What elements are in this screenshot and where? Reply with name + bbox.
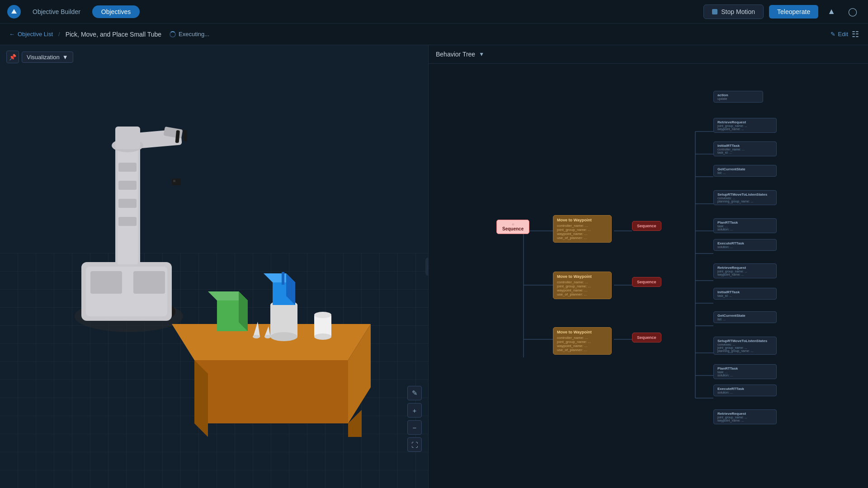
- objectives-nav-btn[interactable]: Objectives: [92, 5, 140, 18]
- bt-chevron-icon[interactable]: ▼: [479, 51, 484, 57]
- svg-rect-21: [173, 180, 175, 182]
- zoom-in-icon: +: [413, 407, 417, 414]
- edit-icon: ✎: [830, 31, 835, 38]
- svg-rect-41: [314, 315, 331, 337]
- table-scene: [158, 270, 384, 461]
- executing-spinner: [170, 31, 176, 38]
- svg-rect-17: [183, 130, 187, 141]
- bt-node-executert-2[interactable]: ExecuteRTTask solution: ...: [713, 385, 777, 396]
- viz-zoom-out-button[interactable]: −: [407, 420, 422, 435]
- bt-fallback-3[interactable]: Sequence: [632, 333, 661, 343]
- bt-canvas[interactable]: ○ Sequence Move to Waypoint controller_n…: [429, 64, 868, 483]
- bt-node-moveto-listenstates-1[interactable]: SetupRTMoveToListenStates convexes: ... …: [713, 190, 777, 205]
- bt-node-executert-1[interactable]: ExecuteRTTask solution: ...: [713, 239, 777, 251]
- bt-fallback-2[interactable]: Sequence: [632, 277, 661, 287]
- viz-toolbar: 📌 Visualization ▼: [6, 51, 73, 63]
- svg-rect-19: [115, 127, 140, 149]
- bt-node-getcurrent-2[interactable]: GetCurrentState list: ...: [713, 311, 777, 323]
- viz-pin-button[interactable]: 📌: [6, 51, 19, 63]
- svg-marker-24: [194, 360, 208, 437]
- bell-icon: ▲: [827, 7, 835, 16]
- bt-node-retrieve-request-3[interactable]: RetrieveRequest joint_group_name: ... wa…: [713, 409, 777, 424]
- svg-marker-23: [194, 360, 348, 423]
- viz-dropdown[interactable]: Visualization ▼: [22, 52, 73, 63]
- bt-action-move-waypoint-3[interactable]: Move to Waypoint controller_name: ... jo…: [553, 327, 612, 355]
- svg-point-43: [314, 333, 331, 340]
- bt-node-init-2[interactable]: InitialRTTask task_id: ...: [713, 288, 777, 300]
- zoom-out-icon: −: [413, 424, 417, 432]
- bt-node-planrt-1[interactable]: PlanRTTask task: ... solution: ...: [713, 218, 777, 233]
- breadcrumb-title: Pick, Move, and Place Small Tube: [66, 31, 161, 38]
- sequence-node-main[interactable]: ○ Sequence: [496, 220, 529, 234]
- svg-rect-6: [90, 271, 122, 294]
- bt-node-request-1[interactable]: RetrieveRequest joint_group_name: ... wa…: [713, 118, 777, 133]
- stop-icon: [712, 9, 717, 14]
- svg-point-42: [314, 312, 331, 318]
- bt-node-r1[interactable]: action update: [713, 91, 763, 103]
- pencil-icon: ✎: [412, 389, 418, 397]
- svg-rect-12: [118, 199, 137, 208]
- bt-title: Behavior Tree: [436, 51, 475, 58]
- chevron-down-icon: ▼: [62, 54, 68, 61]
- notification-button[interactable]: ▲: [824, 5, 839, 18]
- bt-header: Behavior Tree ▼: [429, 45, 868, 64]
- user-icon: ◯: [848, 7, 857, 16]
- pin-icon: 📌: [9, 54, 16, 61]
- svg-rect-13: [118, 217, 137, 226]
- viz-fullscreen-button[interactable]: ⛶: [407, 437, 422, 452]
- svg-rect-11: [118, 181, 137, 190]
- bt-node-getcurrent-1[interactable]: GetCurrentState list: ...: [713, 165, 777, 177]
- visualization-panel: 📌 Visualization ▼: [0, 45, 429, 488]
- svg-point-32: [270, 332, 297, 341]
- 3d-scene: [0, 45, 428, 488]
- bt-fallback-1[interactable]: Sequence: [632, 221, 661, 231]
- stop-motion-button[interactable]: Stop Motion: [703, 5, 764, 19]
- bt-node-retrieve-request-2[interactable]: RetrieveRequest joint_group_name: ... wa…: [713, 263, 777, 278]
- layout-icon: ☷: [852, 30, 859, 39]
- main-content: 📌 Visualization ▼: [0, 45, 868, 488]
- nav-logo[interactable]: [7, 5, 21, 19]
- svg-point-40: [264, 335, 271, 338]
- breadcrumb-separator: /: [58, 31, 60, 38]
- executing-badge: Executing...: [170, 31, 209, 38]
- svg-rect-31: [270, 305, 297, 337]
- breadcrumb-bar: ← Objective List / Pick, Move, and Place…: [0, 23, 868, 45]
- svg-rect-36: [282, 272, 284, 285]
- svg-rect-20: [172, 178, 181, 185]
- top-nav: Objective Builder Objectives Stop Motion…: [0, 0, 868, 23]
- back-arrow-icon: ←: [9, 31, 15, 38]
- bt-node-moveto-listenstates-2[interactable]: SetupRTMoveToListenStates convexes: ... …: [713, 337, 777, 355]
- svg-rect-10: [118, 163, 137, 172]
- back-to-objective-list[interactable]: ← Objective List: [9, 31, 53, 38]
- svg-point-38: [253, 335, 260, 338]
- bt-node-planrt-2[interactable]: PlanRTTask task: ... solution: ...: [713, 364, 777, 379]
- objective-builder-nav-btn[interactable]: Objective Builder: [26, 5, 87, 18]
- fullscreen-icon: ⛶: [411, 441, 418, 449]
- teleoperate-button[interactable]: Teleoperate: [769, 5, 818, 19]
- bt-action-move-waypoint-1[interactable]: Move to Waypoint controller_name: ... jo…: [553, 215, 612, 243]
- viz-side-icons: ✎ + − ⛶: [407, 386, 422, 452]
- user-button[interactable]: ◯: [844, 5, 861, 19]
- svg-marker-0: [11, 9, 17, 14]
- layout-toggle-button[interactable]: ☷: [852, 29, 859, 39]
- behavior-tree-panel: Behavior Tree ▼: [429, 45, 868, 488]
- viz-zoom-in-button[interactable]: +: [407, 403, 422, 418]
- bt-node-init-1[interactable]: InitialRTTask controller_name: ... task_…: [713, 141, 777, 156]
- edit-button[interactable]: ✎ Edit: [830, 31, 848, 38]
- viz-edit-button[interactable]: ✎: [407, 386, 422, 400]
- bt-action-move-waypoint-2[interactable]: Move to Waypoint controller_name: ... jo…: [553, 272, 612, 299]
- panel-resize-handle[interactable]: ⋮: [425, 258, 429, 276]
